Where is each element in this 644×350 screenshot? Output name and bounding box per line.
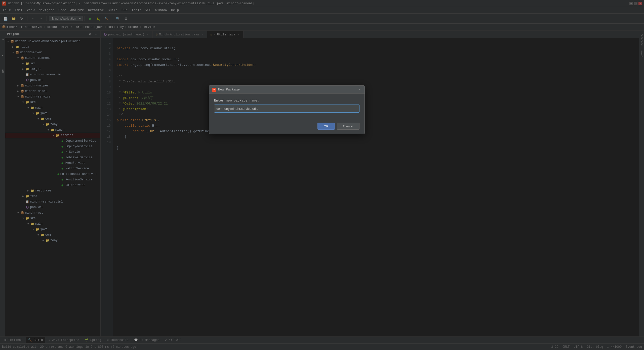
dialog-app-icon: P: [212, 88, 216, 92]
dialog-title-bar: P New Package ✕: [209, 86, 365, 94]
new-package-dialog: P New Package ✕ Enter new package name: …: [209, 85, 365, 134]
dialog-body: Enter new package name:: [209, 94, 365, 123]
dialog-close-btn[interactable]: ✕: [357, 88, 361, 92]
dialog-title: New Package: [218, 88, 357, 91]
dialog-overlay: P New Package ✕ Enter new package name: …: [0, 0, 644, 350]
dialog-buttons: OK Cancel: [209, 123, 365, 134]
package-name-input[interactable]: [214, 105, 359, 113]
dialog-label: Enter new package name:: [214, 99, 359, 103]
dialog-ok-button[interactable]: OK: [317, 123, 335, 130]
dialog-cancel-button[interactable]: Cancel: [337, 123, 359, 130]
